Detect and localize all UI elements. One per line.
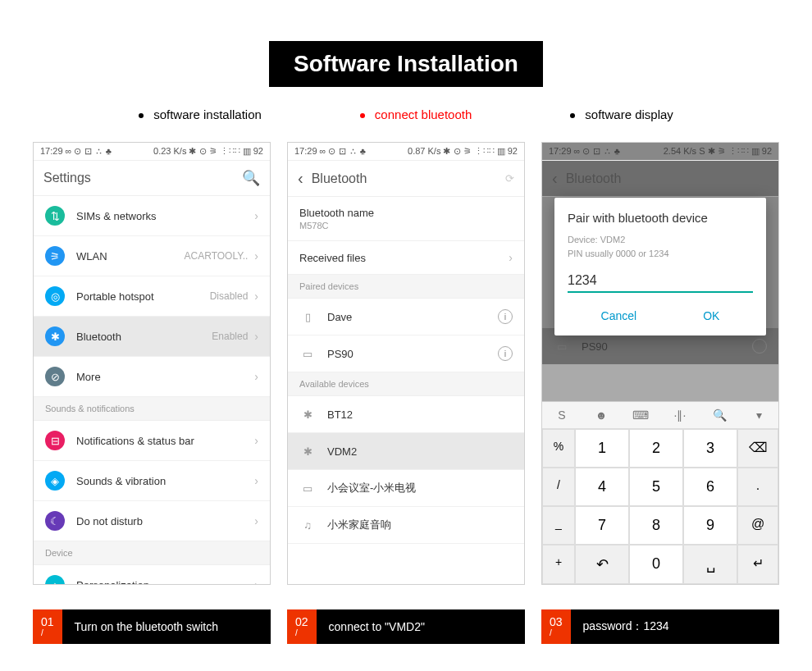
kbd-5-key[interactable]: 5 <box>629 468 683 506</box>
pin-input[interactable]: 1234 <box>568 268 753 293</box>
info-icon: i <box>752 339 767 354</box>
numeric-keyboard: S☻⌨·∥·🔍▾ % 1 2 3 ⌫ / 4 5 6 . _ 7 8 9 @ +… <box>542 401 778 584</box>
row-label: WLAN <box>76 250 185 262</box>
pair-dialog: Pair with bluetooth device Device: VDM2 … <box>554 198 766 336</box>
kbd-percent-key[interactable]: % <box>542 429 575 468</box>
device-label: 小会议室-小米电视 <box>327 481 513 495</box>
settings-row[interactable]: ⊘ More › <box>34 357 270 397</box>
row-label: Notifications & status bar <box>76 435 254 447</box>
bluetooth-header: ‹ Bluetooth ⟳ <box>288 161 524 197</box>
row-icon: ⊟ <box>45 431 65 450</box>
back-icon[interactable]: ‹ <box>298 169 303 188</box>
kbd-toolbar-key[interactable]: 🔍 <box>700 402 739 428</box>
chevron-right-icon: › <box>254 290 258 303</box>
settings-row[interactable]: ⌂ Personalization › <box>34 565 270 585</box>
bt-device-row[interactable]: ✱ BT12 <box>288 396 524 433</box>
kbd-2-key[interactable]: 2 <box>629 429 683 468</box>
header-title: Bluetooth <box>312 171 505 186</box>
bt-device-row[interactable]: ▭ 小会议室-小米电视 <box>288 470 524 507</box>
chevron-right-icon: › <box>254 434 258 447</box>
section-sounds: Sounds & notifications <box>34 397 270 421</box>
device-icon: ✱ <box>299 443 316 459</box>
kbd-toolbar-key[interactable]: ▾ <box>739 402 778 428</box>
row-icon: ◎ <box>45 286 65 306</box>
device-icon: ✱ <box>299 406 316 422</box>
row-label: Personalization <box>76 579 254 586</box>
kbd-plus-key[interactable]: + <box>542 545 575 584</box>
info-icon[interactable]: i <box>498 346 513 361</box>
chevron-right-icon: › <box>254 370 258 383</box>
kbd-undo-key[interactable]: ↶ <box>575 545 629 584</box>
settings-row[interactable]: ☾ Do not disturb › <box>34 501 270 541</box>
kbd-at-key[interactable]: @ <box>737 506 778 545</box>
settings-row[interactable]: ⇅ SIMs & networks › <box>34 196 270 236</box>
bt-device-row[interactable]: ✱ VDM2 <box>288 433 524 470</box>
dialog-hint: PIN usually 0000 or 1234 <box>568 247 753 261</box>
kbd-3-key[interactable]: 3 <box>683 429 737 468</box>
kbd-4-key[interactable]: 4 <box>575 468 629 506</box>
phone-bluetooth-list: 17:29 ∞ ⊙ ⊡ ⛬ ♣ 0.87 K/s ✱ ⊙ ⚞ ⋮∷∷ ▥ 92 … <box>287 142 525 585</box>
kbd-0-key[interactable]: 0 <box>629 545 683 584</box>
chevron-right-icon: › <box>254 249 258 262</box>
bt-device-row[interactable]: ♫ 小米家庭音响 <box>288 507 524 544</box>
kbd-8-key[interactable]: 8 <box>629 506 683 545</box>
kbd-6-key[interactable]: 6 <box>683 468 737 506</box>
bluetooth-header-dimmed: ‹ Bluetooth <box>542 161 778 197</box>
device-icon: ▭ <box>299 345 316 362</box>
chevron-right-icon: › <box>254 578 258 585</box>
step-text: password：1234 <box>571 619 682 634</box>
search-icon[interactable]: 🔍 <box>242 169 260 187</box>
laptop-icon: ▭ <box>554 338 570 354</box>
bt-device-row[interactable]: ▭ PS90 i <box>288 336 524 372</box>
back-icon: ‹ <box>552 169 558 188</box>
row-label: Sounds & vibration <box>76 475 254 487</box>
settings-row[interactable]: ◎ Portable hotspot Disabled › <box>34 276 270 317</box>
kbd-toolbar-key[interactable]: ☻ <box>582 402 621 428</box>
kbd-toolbar-key[interactable]: S <box>542 402 582 428</box>
settings-row[interactable]: ⊟ Notifications & status bar › <box>34 421 270 461</box>
step-number: 02/ <box>287 609 317 644</box>
settings-row[interactable]: ◈ Sounds & vibration › <box>34 461 270 501</box>
chevron-right-icon: › <box>254 330 258 343</box>
ok-button[interactable]: OK <box>703 309 719 322</box>
tab-install[interactable]: software installation <box>139 107 262 121</box>
tab-connect[interactable]: connect bluetooth <box>360 107 472 121</box>
kbd-underscore-key[interactable]: _ <box>542 506 575 545</box>
kbd-space-key[interactable]: ␣ <box>683 545 737 584</box>
info-icon[interactable]: i <box>498 309 513 324</box>
bt-device-row[interactable]: ▯ Dave i <box>288 299 524 336</box>
settings-row[interactable]: ⚞ WLAN ACARTOOLY.. › <box>34 236 270 276</box>
section-device: Device <box>34 541 270 565</box>
device-label: Dave <box>327 311 498 323</box>
row-icon: ✱ <box>45 326 65 346</box>
device-label: PS90 <box>327 348 498 360</box>
received-files-row[interactable]: Received files › <box>288 241 524 275</box>
dialog-title: Pair with bluetooth device <box>568 211 753 225</box>
dialog-device: Device: VDM2 <box>568 233 753 247</box>
cancel-button[interactable]: Cancel <box>601 309 637 322</box>
row-icon: ☾ <box>45 511 65 531</box>
settings-row[interactable]: ✱ Bluetooth Enabled › <box>34 317 270 357</box>
refresh-icon[interactable]: ⟳ <box>505 172 514 185</box>
row-value: Disabled <box>210 290 249 302</box>
kbd-1-key[interactable]: 1 <box>575 429 629 468</box>
kbd-dot-key[interactable]: . <box>737 468 778 506</box>
kbd-enter-key[interactable]: ↵ <box>737 545 778 584</box>
bluetooth-name-row[interactable]: Bluetooth name M578C <box>288 197 524 241</box>
kbd-slash-key[interactable]: / <box>542 468 575 506</box>
header-title: Settings <box>43 171 242 185</box>
kbd-toolbar-key[interactable]: ·∥· <box>660 402 700 428</box>
tab-display[interactable]: software display <box>570 107 673 121</box>
kbd-backspace-key[interactable]: ⌫ <box>737 429 778 468</box>
row-label: Do not disturb <box>76 515 254 527</box>
status-bar: 17:29 ∞ ⊙ ⊡ ⛬ ♣ 0.23 K/s ✱ ⊙ ⚞ ⋮∷∷ ▥ 92 <box>34 143 270 161</box>
chevron-right-icon: › <box>254 474 258 487</box>
row-label: Bluetooth <box>76 331 212 343</box>
chevron-right-icon: › <box>254 209 258 222</box>
page-title: Software Installation <box>269 41 543 87</box>
kbd-9-key[interactable]: 9 <box>683 506 737 545</box>
step-text: connect to "VMD2" <box>317 620 437 633</box>
kbd-toolbar-key[interactable]: ⌨ <box>621 402 660 428</box>
kbd-7-key[interactable]: 7 <box>575 506 629 545</box>
phone-settings: 17:29 ∞ ⊙ ⊡ ⛬ ♣ 0.23 K/s ✱ ⊙ ⚞ ⋮∷∷ ▥ 92 … <box>33 142 271 585</box>
